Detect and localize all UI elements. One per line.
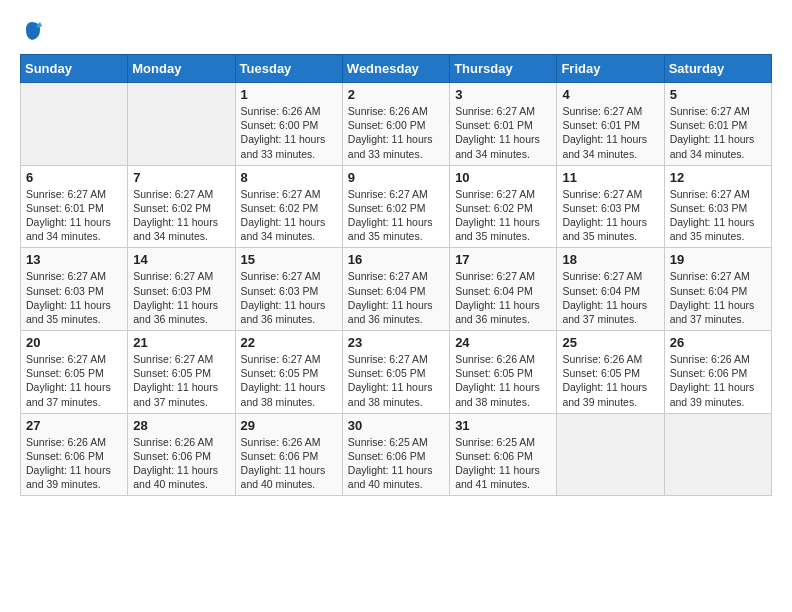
calendar-cell: 5Sunrise: 6:27 AM Sunset: 6:01 PM Daylig… xyxy=(664,83,771,166)
day-info: Sunrise: 6:27 AM Sunset: 6:03 PM Dayligh… xyxy=(670,187,766,244)
weekday-header-tuesday: Tuesday xyxy=(235,55,342,83)
weekday-header-row: SundayMondayTuesdayWednesdayThursdayFrid… xyxy=(21,55,772,83)
calendar-cell: 18Sunrise: 6:27 AM Sunset: 6:04 PM Dayli… xyxy=(557,248,664,331)
day-info: Sunrise: 6:27 AM Sunset: 6:01 PM Dayligh… xyxy=(455,104,551,161)
page-header xyxy=(20,20,772,44)
calendar-cell: 21Sunrise: 6:27 AM Sunset: 6:05 PM Dayli… xyxy=(128,331,235,414)
calendar-cell: 10Sunrise: 6:27 AM Sunset: 6:02 PM Dayli… xyxy=(450,165,557,248)
calendar-cell: 31Sunrise: 6:25 AM Sunset: 6:06 PM Dayli… xyxy=(450,413,557,496)
calendar-cell: 3Sunrise: 6:27 AM Sunset: 6:01 PM Daylig… xyxy=(450,83,557,166)
calendar-cell: 7Sunrise: 6:27 AM Sunset: 6:02 PM Daylig… xyxy=(128,165,235,248)
calendar-cell: 29Sunrise: 6:26 AM Sunset: 6:06 PM Dayli… xyxy=(235,413,342,496)
day-number: 22 xyxy=(241,335,337,350)
day-info: Sunrise: 6:25 AM Sunset: 6:06 PM Dayligh… xyxy=(348,435,444,492)
weekday-header-wednesday: Wednesday xyxy=(342,55,449,83)
calendar-cell: 20Sunrise: 6:27 AM Sunset: 6:05 PM Dayli… xyxy=(21,331,128,414)
calendar-cell: 28Sunrise: 6:26 AM Sunset: 6:06 PM Dayli… xyxy=(128,413,235,496)
day-info: Sunrise: 6:27 AM Sunset: 6:03 PM Dayligh… xyxy=(241,269,337,326)
day-info: Sunrise: 6:27 AM Sunset: 6:03 PM Dayligh… xyxy=(133,269,229,326)
day-info: Sunrise: 6:27 AM Sunset: 6:05 PM Dayligh… xyxy=(26,352,122,409)
day-number: 8 xyxy=(241,170,337,185)
calendar-week-row: 13Sunrise: 6:27 AM Sunset: 6:03 PM Dayli… xyxy=(21,248,772,331)
day-number: 28 xyxy=(133,418,229,433)
day-number: 31 xyxy=(455,418,551,433)
day-number: 29 xyxy=(241,418,337,433)
calendar-cell xyxy=(664,413,771,496)
day-info: Sunrise: 6:26 AM Sunset: 6:00 PM Dayligh… xyxy=(241,104,337,161)
logo-icon xyxy=(22,20,44,42)
day-number: 27 xyxy=(26,418,122,433)
calendar-cell: 12Sunrise: 6:27 AM Sunset: 6:03 PM Dayli… xyxy=(664,165,771,248)
day-info: Sunrise: 6:27 AM Sunset: 6:02 PM Dayligh… xyxy=(241,187,337,244)
day-info: Sunrise: 6:26 AM Sunset: 6:05 PM Dayligh… xyxy=(562,352,658,409)
calendar-week-row: 20Sunrise: 6:27 AM Sunset: 6:05 PM Dayli… xyxy=(21,331,772,414)
calendar-cell: 15Sunrise: 6:27 AM Sunset: 6:03 PM Dayli… xyxy=(235,248,342,331)
day-number: 15 xyxy=(241,252,337,267)
calendar-cell: 25Sunrise: 6:26 AM Sunset: 6:05 PM Dayli… xyxy=(557,331,664,414)
day-number: 19 xyxy=(670,252,766,267)
calendar-cell xyxy=(21,83,128,166)
day-number: 17 xyxy=(455,252,551,267)
calendar-cell: 17Sunrise: 6:27 AM Sunset: 6:04 PM Dayli… xyxy=(450,248,557,331)
day-number: 9 xyxy=(348,170,444,185)
weekday-header-monday: Monday xyxy=(128,55,235,83)
calendar-cell: 8Sunrise: 6:27 AM Sunset: 6:02 PM Daylig… xyxy=(235,165,342,248)
day-info: Sunrise: 6:27 AM Sunset: 6:04 PM Dayligh… xyxy=(455,269,551,326)
weekday-header-sunday: Sunday xyxy=(21,55,128,83)
calendar-cell: 27Sunrise: 6:26 AM Sunset: 6:06 PM Dayli… xyxy=(21,413,128,496)
logo xyxy=(20,20,44,44)
day-info: Sunrise: 6:27 AM Sunset: 6:04 PM Dayligh… xyxy=(562,269,658,326)
day-number: 4 xyxy=(562,87,658,102)
calendar-cell: 6Sunrise: 6:27 AM Sunset: 6:01 PM Daylig… xyxy=(21,165,128,248)
calendar-week-row: 1Sunrise: 6:26 AM Sunset: 6:00 PM Daylig… xyxy=(21,83,772,166)
day-info: Sunrise: 6:26 AM Sunset: 6:06 PM Dayligh… xyxy=(670,352,766,409)
day-info: Sunrise: 6:26 AM Sunset: 6:06 PM Dayligh… xyxy=(133,435,229,492)
day-number: 14 xyxy=(133,252,229,267)
calendar-cell: 14Sunrise: 6:27 AM Sunset: 6:03 PM Dayli… xyxy=(128,248,235,331)
day-number: 18 xyxy=(562,252,658,267)
calendar-cell: 13Sunrise: 6:27 AM Sunset: 6:03 PM Dayli… xyxy=(21,248,128,331)
day-number: 5 xyxy=(670,87,766,102)
day-number: 26 xyxy=(670,335,766,350)
day-info: Sunrise: 6:27 AM Sunset: 6:05 PM Dayligh… xyxy=(348,352,444,409)
calendar-cell: 1Sunrise: 6:26 AM Sunset: 6:00 PM Daylig… xyxy=(235,83,342,166)
day-info: Sunrise: 6:26 AM Sunset: 6:00 PM Dayligh… xyxy=(348,104,444,161)
calendar-cell: 23Sunrise: 6:27 AM Sunset: 6:05 PM Dayli… xyxy=(342,331,449,414)
day-number: 3 xyxy=(455,87,551,102)
calendar-cell: 9Sunrise: 6:27 AM Sunset: 6:02 PM Daylig… xyxy=(342,165,449,248)
day-number: 20 xyxy=(26,335,122,350)
day-number: 2 xyxy=(348,87,444,102)
calendar-cell: 16Sunrise: 6:27 AM Sunset: 6:04 PM Dayli… xyxy=(342,248,449,331)
day-info: Sunrise: 6:26 AM Sunset: 6:06 PM Dayligh… xyxy=(26,435,122,492)
calendar-cell: 2Sunrise: 6:26 AM Sunset: 6:00 PM Daylig… xyxy=(342,83,449,166)
day-number: 16 xyxy=(348,252,444,267)
calendar-week-row: 6Sunrise: 6:27 AM Sunset: 6:01 PM Daylig… xyxy=(21,165,772,248)
day-info: Sunrise: 6:27 AM Sunset: 6:01 PM Dayligh… xyxy=(26,187,122,244)
day-info: Sunrise: 6:26 AM Sunset: 6:05 PM Dayligh… xyxy=(455,352,551,409)
day-number: 13 xyxy=(26,252,122,267)
day-info: Sunrise: 6:27 AM Sunset: 6:05 PM Dayligh… xyxy=(241,352,337,409)
day-info: Sunrise: 6:27 AM Sunset: 6:02 PM Dayligh… xyxy=(455,187,551,244)
calendar-cell: 4Sunrise: 6:27 AM Sunset: 6:01 PM Daylig… xyxy=(557,83,664,166)
day-info: Sunrise: 6:27 AM Sunset: 6:03 PM Dayligh… xyxy=(26,269,122,326)
calendar-cell: 19Sunrise: 6:27 AM Sunset: 6:04 PM Dayli… xyxy=(664,248,771,331)
day-number: 24 xyxy=(455,335,551,350)
day-info: Sunrise: 6:26 AM Sunset: 6:06 PM Dayligh… xyxy=(241,435,337,492)
day-number: 6 xyxy=(26,170,122,185)
day-info: Sunrise: 6:27 AM Sunset: 6:02 PM Dayligh… xyxy=(348,187,444,244)
weekday-header-thursday: Thursday xyxy=(450,55,557,83)
day-info: Sunrise: 6:27 AM Sunset: 6:03 PM Dayligh… xyxy=(562,187,658,244)
weekday-header-friday: Friday xyxy=(557,55,664,83)
calendar-table: SundayMondayTuesdayWednesdayThursdayFrid… xyxy=(20,54,772,496)
day-number: 10 xyxy=(455,170,551,185)
day-number: 7 xyxy=(133,170,229,185)
day-info: Sunrise: 6:27 AM Sunset: 6:04 PM Dayligh… xyxy=(670,269,766,326)
day-info: Sunrise: 6:27 AM Sunset: 6:02 PM Dayligh… xyxy=(133,187,229,244)
day-info: Sunrise: 6:27 AM Sunset: 6:05 PM Dayligh… xyxy=(133,352,229,409)
calendar-cell xyxy=(128,83,235,166)
calendar-cell: 26Sunrise: 6:26 AM Sunset: 6:06 PM Dayli… xyxy=(664,331,771,414)
day-number: 23 xyxy=(348,335,444,350)
calendar-cell: 24Sunrise: 6:26 AM Sunset: 6:05 PM Dayli… xyxy=(450,331,557,414)
day-info: Sunrise: 6:27 AM Sunset: 6:04 PM Dayligh… xyxy=(348,269,444,326)
calendar-cell: 30Sunrise: 6:25 AM Sunset: 6:06 PM Dayli… xyxy=(342,413,449,496)
